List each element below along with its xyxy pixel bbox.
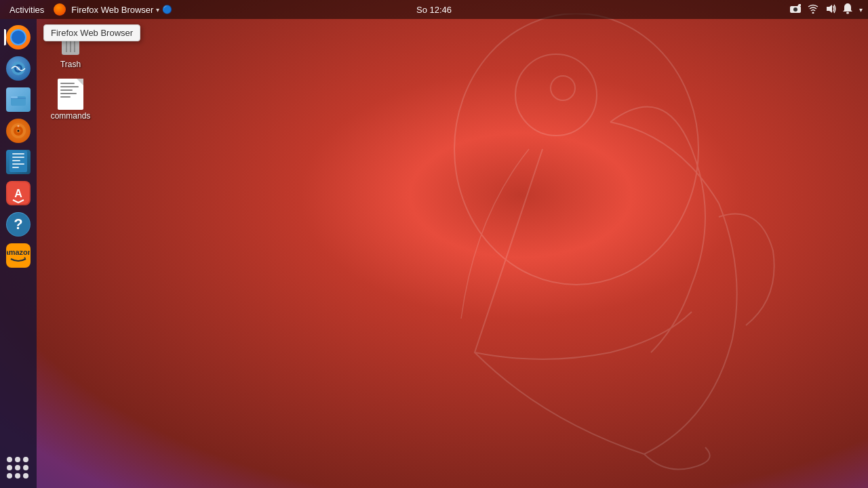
- app-extra-icon: 🔵: [162, 5, 172, 14]
- svg-point-8: [846, 12, 849, 14]
- svg-point-2: [551, 76, 575, 100]
- sidebar-item-amazon[interactable]: amazon: [4, 241, 33, 270]
- desktop: Activities Firefox Web Browser ▾ 🔵 So 12…: [0, 0, 868, 488]
- text-line-2: [60, 86, 79, 87]
- sidebar-item-help[interactable]: ?: [4, 210, 33, 239]
- sidebar-item-files[interactable]: [4, 85, 33, 114]
- sidebar-dock: A ? amazon: [0, 19, 37, 488]
- sidebar-item-rhythmbox[interactable]: [4, 117, 33, 145]
- grid-icon: [6, 456, 31, 481]
- commands-icon-container: [56, 80, 85, 108]
- sidebar-item-show-apps[interactable]: [4, 454, 33, 483]
- svg-marker-4: [797, 4, 801, 6]
- sidebar-item-libreoffice[interactable]: [4, 148, 33, 176]
- parrot-watermark: [339, 14, 814, 474]
- notifications-icon[interactable]: [843, 3, 852, 16]
- app-name-text: Firefox Web Browser: [71, 5, 153, 15]
- commands-label: commands: [51, 111, 91, 121]
- text-line-3: [60, 89, 73, 91]
- grid-dot-1: [7, 457, 12, 462]
- text-line-4: [60, 93, 77, 94]
- svg-rect-13: [11, 96, 18, 98]
- tooltip-text: Firefox Web Browser: [51, 28, 133, 38]
- amazon-icon: amazon: [6, 243, 31, 268]
- grid-dot-9: [23, 473, 28, 479]
- text-line-5: [60, 96, 71, 98]
- app-tooltip: Firefox Web Browser: [43, 24, 140, 41]
- activities-button[interactable]: Activities: [5, 5, 48, 15]
- clock-label: So 12:46: [416, 5, 452, 15]
- svg-marker-7: [827, 5, 832, 13]
- topbar: Activities Firefox Web Browser ▾ 🔵 So 12…: [0, 0, 868, 19]
- svg-point-17: [18, 130, 20, 132]
- thunderbird-icon: [6, 56, 31, 81]
- grid-dot-6: [23, 465, 28, 470]
- grid-dot-8: [15, 473, 20, 479]
- appcenter-icon: A: [6, 181, 31, 205]
- grid-dot-5: [15, 465, 20, 470]
- grid-dot-7: [7, 473, 12, 479]
- app-menu-chevron: ▾: [156, 6, 159, 14]
- app-name-label[interactable]: Firefox Web Browser ▾ 🔵: [71, 5, 172, 15]
- textfile-icon: [58, 79, 83, 110]
- files-icon: [6, 87, 31, 112]
- svg-point-0: [454, 14, 698, 285]
- svg-point-1: [515, 54, 597, 136]
- svg-rect-20: [12, 153, 24, 155]
- svg-rect-22: [12, 160, 20, 161]
- desktop-icon-commands[interactable]: commands: [43, 77, 98, 123]
- svg-rect-21: [12, 157, 24, 158]
- grid-dot-4: [7, 465, 12, 470]
- topbar-right: ▾: [790, 3, 863, 16]
- help-icon: ?: [6, 212, 31, 237]
- svg-point-5: [793, 7, 797, 12]
- svg-text:A: A: [14, 188, 22, 199]
- svg-point-18: [18, 125, 20, 127]
- topbar-clock[interactable]: So 12:46: [416, 5, 452, 15]
- svg-rect-24: [12, 167, 19, 168]
- volume-icon[interactable]: [825, 4, 836, 16]
- tray-expand-icon[interactable]: ▾: [859, 6, 863, 14]
- firefox-icon: [6, 25, 31, 49]
- svg-text:amazon: amazon: [7, 248, 30, 256]
- svg-point-6: [812, 12, 814, 14]
- wifi-icon[interactable]: [808, 4, 818, 16]
- text-line-1: [60, 83, 75, 84]
- sidebar-item-thunderbird[interactable]: [4, 54, 33, 83]
- topbar-left: Activities Firefox Web Browser ▾ 🔵: [5, 3, 172, 16]
- sidebar-item-firefox[interactable]: [4, 23, 33, 52]
- sidebar-item-appcenter[interactable]: A: [4, 179, 33, 207]
- camera-icon[interactable]: [790, 4, 801, 16]
- grid-dot-3: [23, 457, 28, 462]
- trash-label: Trash: [60, 60, 81, 69]
- firefox-app-icon: [54, 3, 66, 16]
- grid-dot-2: [15, 457, 20, 462]
- rhythmbox-icon: [6, 119, 31, 143]
- svg-text:?: ?: [14, 216, 22, 232]
- libreoffice-icon: [6, 150, 31, 174]
- svg-rect-23: [12, 163, 24, 165]
